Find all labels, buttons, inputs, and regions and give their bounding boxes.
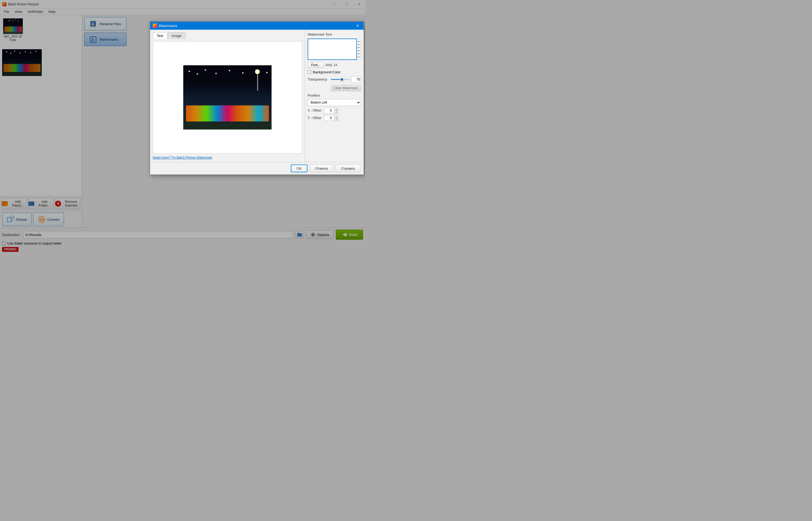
dialog-title-text: Watermarks — [159, 24, 178, 28]
position-section: Position Bottom Left X - Offset ▲ ▼ Y - … — [308, 93, 361, 121]
clear-watermark-button[interactable]: Clear Watermark — [331, 85, 361, 91]
x-offset-label: X - Offset — [308, 109, 322, 112]
dialog-title-icon — [153, 24, 157, 28]
y-offset-row: Y - Offset ▲ ▼ — [308, 115, 361, 121]
position-select[interactable]: Bottom Left — [308, 99, 361, 106]
watermark-text-label: Watermark Text — [308, 32, 361, 37]
dialog-tabs: Text Image — [153, 32, 302, 39]
line-mark-6 — [357, 57, 360, 57]
bg-color-row: Background Color — [308, 70, 361, 74]
dialog-close-button[interactable]: ✕ — [354, 22, 361, 29]
font-name: Arial, 14 — [325, 63, 337, 67]
line-mark-5 — [357, 53, 360, 54]
slider-thumb — [340, 77, 344, 81]
transparency-label: Transparency — [308, 77, 329, 81]
textarea-decoration — [357, 39, 361, 60]
preview-image — [183, 65, 272, 130]
x-offset-down[interactable]: ▼ — [334, 111, 339, 113]
dialog-footer: OK Отмена Справка — [150, 162, 364, 175]
transparency-slider[interactable] — [331, 79, 350, 80]
watermark-text-input[interactable] — [308, 39, 357, 60]
x-offset-up[interactable]: ▲ — [334, 108, 339, 111]
watermarks-dialog: Watermarks ✕ Text Image Need more? Try B… — [150, 21, 364, 175]
x-offset-spinners: ▲ ▼ — [334, 108, 339, 113]
bg-color-label: Background Color — [313, 70, 341, 74]
y-offset-up[interactable]: ▲ — [334, 115, 339, 118]
dialog-settings: Watermark Text Font... Arial, 14 Back — [305, 30, 364, 162]
cancel-button[interactable]: Отмена — [309, 164, 333, 172]
tab-image[interactable]: Image — [168, 32, 185, 39]
y-offset-spinners: ▲ ▼ — [334, 115, 339, 121]
line-mark-2 — [357, 44, 360, 45]
y-offset-down[interactable]: ▼ — [334, 118, 339, 121]
x-offset-row: X - Offset ▲ ▼ — [308, 108, 361, 113]
bg-color-checkbox[interactable] — [308, 70, 311, 74]
tab-text[interactable]: Text — [153, 32, 167, 39]
dialog-body: Text Image Need more? Try Batch Picture … — [150, 30, 364, 162]
transparency-value-input[interactable] — [351, 76, 361, 83]
line-mark-4 — [357, 50, 360, 51]
preview-lamp — [257, 69, 258, 91]
watermark-text-wrapper — [308, 39, 361, 60]
dialog-title-bar: Watermarks ✕ — [150, 22, 364, 30]
line-mark-3 — [357, 47, 360, 48]
line-mark-1 — [357, 41, 360, 42]
preview-canvas — [153, 41, 302, 154]
position-label: Position — [308, 93, 361, 97]
ok-button[interactable]: OK — [291, 164, 308, 172]
transparency-row: Transparency — [308, 76, 361, 83]
font-row: Font... Arial, 14 — [308, 62, 361, 68]
dialog-preview: Text Image Need more? Try Batch Picture … — [150, 30, 305, 162]
font-button[interactable]: Font... — [308, 62, 324, 68]
preview-link[interactable]: Need more? Try Batch Picture Watermark — [153, 156, 302, 159]
help-button[interactable]: Справка — [335, 164, 361, 172]
y-offset-label: Y - Offset — [308, 116, 322, 120]
